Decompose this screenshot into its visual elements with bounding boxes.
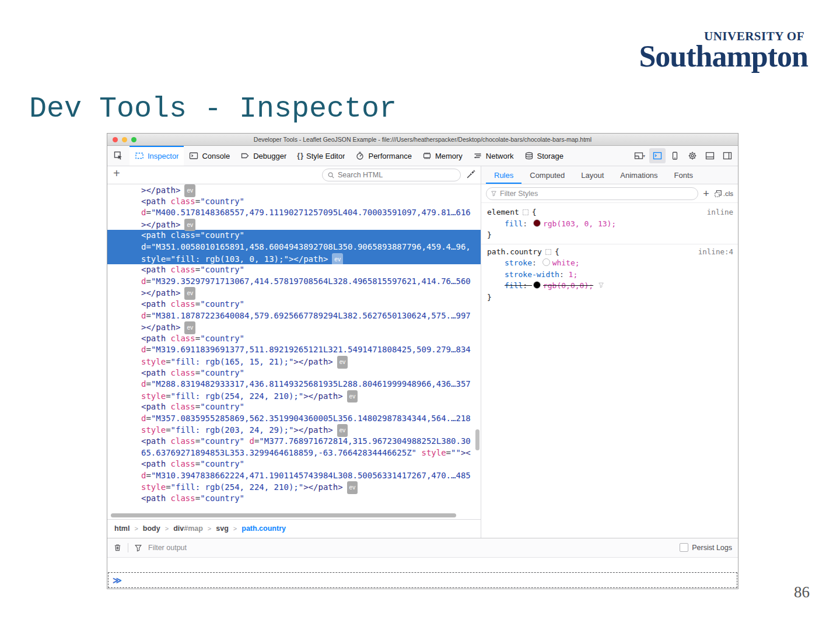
breadcrumb-item-html[interactable]: html	[114, 524, 130, 533]
color-swatch[interactable]	[533, 281, 541, 289]
markup-node-selected[interactable]: d="M351.0058010165891,458.6004943892708L…	[107, 242, 481, 253]
add-node-button[interactable]: +	[113, 167, 120, 180]
sidebar-tab-fonts[interactable]: Fonts	[666, 166, 702, 184]
markup-node[interactable]: ></path>ev	[141, 184, 481, 196]
tab-debugger[interactable]: Debugger	[235, 146, 292, 166]
persist-logs-checkbox[interactable]	[680, 543, 688, 552]
toggle-classes-button[interactable]: .cls	[714, 190, 733, 198]
markup-node[interactable]: style="fill: rgb(254, 224, 210);"></path…	[141, 481, 481, 493]
tab-network[interactable]: Network	[468, 146, 519, 166]
css-declaration[interactable]: stroke: white;	[487, 257, 733, 269]
markup-node[interactable]: <path class="country"	[141, 368, 481, 379]
css-declaration[interactable]: fill: rgb(0,0,0);	[487, 280, 733, 292]
tab-memory[interactable]: Memory	[417, 146, 468, 166]
highlighter-target-icon[interactable]	[523, 209, 528, 215]
property-name[interactable]: stroke-width	[505, 270, 559, 279]
tab-style-editor[interactable]: { }Style Editor	[292, 146, 350, 166]
markup-node[interactable]: d="M400.5178148368557,479.11190271257095…	[141, 207, 481, 219]
filter-styles-input[interactable]: Filter Styles	[486, 187, 698, 200]
sidebar-tab-animations[interactable]: Animations	[612, 166, 666, 184]
sidebar-tab-layout[interactable]: Layout	[573, 166, 612, 184]
clear-console-button[interactable]	[113, 543, 122, 552]
markup-node[interactable]: ></path>ev	[141, 321, 481, 333]
eyedropper-icon[interactable]	[466, 169, 476, 181]
markup-node[interactable]: d="M288.8319482933317,436.81149325681935…	[141, 379, 481, 390]
responsive-mode-button[interactable]	[667, 148, 683, 163]
rule-selector[interactable]: path.country	[487, 247, 542, 256]
dock-bottom-button[interactable]	[702, 148, 718, 163]
markup-node[interactable]: d="M329.35297971713067,414.57819708564L3…	[141, 276, 481, 288]
markup-view[interactable]: ></path>ev<path class="country"d="M400.5…	[107, 184, 481, 519]
property-value[interactable]: rgb(103, 0, 13);	[543, 219, 616, 228]
markup-node-selected[interactable]: <path class="country"	[107, 230, 481, 242]
markup-node[interactable]: <path class="country"	[141, 459, 481, 470]
tab-console[interactable]: Console	[184, 146, 235, 166]
persist-logs-toggle[interactable]: Persist Logs	[680, 543, 732, 552]
rule-source-link[interactable]: inline:4	[698, 246, 733, 258]
horizontal-scrollbar[interactable]	[111, 513, 456, 517]
property-name[interactable]: stroke	[505, 258, 532, 267]
breadcrumb-item-div-map[interactable]: div#map	[173, 524, 203, 533]
event-badge[interactable]: ev	[184, 287, 195, 300]
event-badge[interactable]: ev	[347, 481, 358, 494]
markup-node[interactable]: ></path>ev	[141, 219, 481, 230]
event-badge[interactable]: ev	[184, 219, 195, 232]
sidebar-tab-computed[interactable]: Computed	[522, 166, 573, 184]
event-badge[interactable]: ev	[337, 424, 348, 437]
event-badge[interactable]: ev	[184, 321, 195, 334]
property-value[interactable]: 1;	[569, 270, 578, 279]
event-badge[interactable]: ev	[184, 184, 195, 197]
css-declaration[interactable]: stroke-width: 1;	[487, 269, 733, 281]
property-value[interactable]: rgb(0,0,0);	[543, 281, 593, 290]
markup-node[interactable]: style="fill: rgb(203, 24, 29);"></path>e…	[141, 424, 481, 436]
vertical-scrollbar[interactable]	[475, 429, 480, 450]
markup-node[interactable]: <path class="country" d="M377.7689716728…	[141, 436, 481, 447]
tab-storage[interactable]: Storage	[519, 146, 569, 166]
markup-node[interactable]: <path class="country"	[141, 299, 481, 310]
markup-node[interactable]: <path class="country"	[141, 333, 481, 345]
overridden-filter-icon[interactable]	[598, 281, 604, 290]
pick-element-button[interactable]	[107, 146, 130, 166]
property-value[interactable]: white;	[552, 258, 580, 267]
markup-node[interactable]: style="fill: rgb(165, 15, 21);"></path>e…	[141, 356, 481, 368]
markup-node[interactable]: <path class="country"	[141, 264, 481, 276]
property-name[interactable]: fill	[505, 281, 523, 290]
settings-button[interactable]	[684, 148, 701, 163]
window-titlebar[interactable]: Developer Tools - Leaflet GeoJSON Exampl…	[107, 134, 738, 146]
markup-node[interactable]: d="M310.3947838662224,471.1901145743984L…	[141, 470, 481, 482]
markup-node[interactable]: 65.63769271894853L353.3299464618859,-63.…	[141, 447, 481, 459]
color-swatch[interactable]	[542, 258, 550, 266]
markup-node[interactable]: d="M357.0835955285869,562.3519904360005L…	[141, 413, 481, 425]
tab-performance[interactable]: Performance	[350, 146, 416, 166]
split-console-button[interactable]	[649, 148, 666, 163]
console-input[interactable]: ≫	[108, 572, 737, 588]
css-declaration[interactable]: fill: rgb(103, 0, 13);	[487, 218, 733, 230]
markup-node[interactable]: <path class="country"	[141, 493, 481, 505]
breadcrumb-item-path-country[interactable]: path.country	[242, 524, 286, 533]
filter-output-input[interactable]: Filter output	[148, 544, 674, 552]
breadcrumb-item-body[interactable]: body	[143, 524, 160, 533]
search-html-input[interactable]: Search HTML	[322, 169, 461, 181]
rule-source-link[interactable]: inline	[707, 206, 733, 218]
rule-selector[interactable]: element	[487, 208, 519, 216]
markup-node[interactable]: d="M319.6911839691377,511.89219265121L32…	[141, 344, 481, 356]
highlighter-target-icon[interactable]	[545, 249, 551, 255]
add-rule-button[interactable]: +	[703, 188, 709, 199]
iframe-picker-button[interactable]: ▼	[632, 148, 648, 163]
markup-node[interactable]: <path class="country"	[141, 401, 481, 413]
event-badge[interactable]: ev	[332, 253, 343, 266]
markup-node[interactable]: style="fill: rgb(254, 224, 210);"></path…	[141, 390, 481, 402]
dock-side-button[interactable]	[719, 148, 736, 163]
breadcrumb-item-svg[interactable]: svg	[216, 524, 229, 533]
sidebar-tab-rules[interactable]: Rules	[486, 166, 522, 184]
color-swatch[interactable]	[533, 219, 541, 227]
property-name[interactable]: fill	[505, 219, 523, 228]
tab-inspector[interactable]: Inspector	[130, 146, 184, 166]
filter-output-icon[interactable]	[134, 544, 142, 552]
markup-node[interactable]: ></path>ev	[141, 287, 481, 299]
markup-node[interactable]: d="M381.18787223640084,579.6925667789294…	[141, 310, 481, 322]
event-badge[interactable]: ev	[337, 356, 348, 369]
event-badge[interactable]: ev	[347, 390, 358, 403]
markup-node-selected[interactable]: style="fill: rgb(103, 0, 13);"></path>ev	[107, 253, 481, 265]
markup-node[interactable]: <path class="country"	[141, 196, 481, 208]
